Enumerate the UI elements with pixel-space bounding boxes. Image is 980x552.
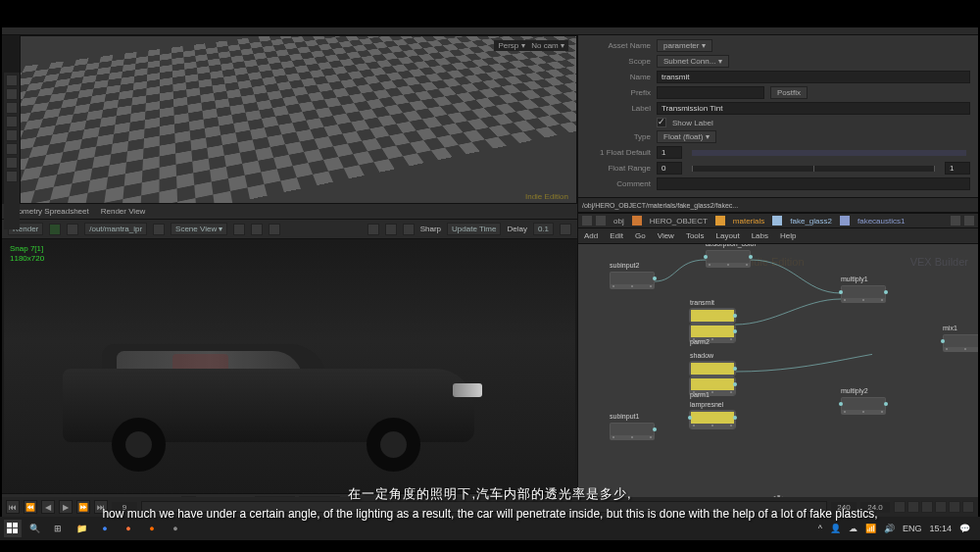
mat-icon <box>772 216 782 226</box>
menu-add[interactable]: Add <box>584 231 598 240</box>
app-icon[interactable]: ● <box>165 519 186 538</box>
postfix-button[interactable]: Postfix <box>770 86 808 99</box>
watermark-builder: VEX Builder <box>910 256 968 268</box>
sceneview-dropdown[interactable]: Scene View ▾ <box>171 223 227 235</box>
float-default-slider[interactable] <box>692 150 966 156</box>
search-icon[interactable]: 🔍 <box>24 519 45 538</box>
tray-notifications-icon[interactable]: 💬 <box>959 524 970 533</box>
path-obj[interactable]: obj <box>610 216 628 226</box>
network-menu-bar[interactable]: Add Edit Go View Tools Layout Labs Help <box>578 228 978 244</box>
rop-path[interactable]: /out/mantra_ipr <box>84 223 147 235</box>
region-icon[interactable] <box>385 224 397 235</box>
ipr-icon[interactable] <box>368 224 379 235</box>
snapshot-icon[interactable] <box>233 224 245 235</box>
path-fakeglass[interactable]: fake_glass2 <box>786 216 836 226</box>
svg-rect-3 <box>13 528 18 533</box>
explorer-icon[interactable]: 📁 <box>71 519 92 538</box>
tray-people-icon[interactable]: 👤 <box>830 524 841 533</box>
path-materials[interactable]: materials <box>729 216 768 226</box>
render-view[interactable]: Snap 7[1] 1180x720 <box>4 241 575 493</box>
type-dropdown[interactable]: Float (float) ▾ <box>657 130 716 143</box>
rop-icon[interactable] <box>153 224 165 235</box>
back-icon[interactable] <box>582 216 592 226</box>
menu-labs[interactable]: Labs <box>752 231 768 240</box>
tray-cloud-icon[interactable]: ☁ <box>849 524 858 533</box>
menu-help[interactable]: Help <box>780 231 796 240</box>
delay-value[interactable]: 0.1 <box>533 223 554 235</box>
menu-layout[interactable]: Layout <box>716 231 740 240</box>
play-icon[interactable] <box>49 224 61 235</box>
node-parm1[interactable]: parm1 <box>690 377 735 395</box>
geo-icon <box>632 216 642 226</box>
network-path-breadcrumb[interactable]: obj HERO_OBJECT materials fake_glass2 fa… <box>578 213 978 228</box>
windows-icon <box>7 523 19 534</box>
node-multiply2[interactable]: multiply2 <box>841 397 886 415</box>
node-mix1[interactable]: mix1 <box>943 334 978 352</box>
start-button[interactable] <box>4 520 22 537</box>
houdini-icon[interactable]: ● <box>141 519 163 538</box>
asset-name-label: Asset Name <box>586 41 651 50</box>
tray-wifi-icon[interactable]: 📶 <box>865 524 876 533</box>
vop-icon <box>840 216 850 226</box>
scope-dropdown[interactable]: Subnet Conn... ▾ <box>657 55 729 68</box>
settings-icon[interactable] <box>560 224 571 235</box>
label-input[interactable] <box>657 102 970 115</box>
tab-geometry-spreadsheet[interactable]: Geometry Spreadsheet <box>8 207 89 216</box>
prefix-input[interactable] <box>657 86 764 99</box>
svg-rect-0 <box>7 523 12 527</box>
float-range-min[interactable] <box>657 162 682 175</box>
node-absorption-color[interactable]: absorption_color <box>706 250 751 268</box>
save-icon[interactable] <box>251 224 263 235</box>
pin-icon[interactable] <box>951 216 960 226</box>
viewport-tool-strip[interactable] <box>4 73 20 229</box>
tray-volume-icon[interactable]: 🔊 <box>884 524 895 533</box>
node-multiply1[interactable]: multiply1 <box>841 285 886 303</box>
svg-rect-1 <box>13 523 18 527</box>
subtitle-chinese: 在一定角度的照明下,汽车内部的透光率是多少, <box>0 485 980 503</box>
float-range-slider[interactable] <box>692 166 935 172</box>
denoise-icon[interactable] <box>403 224 415 235</box>
taskview-icon[interactable]: ⊞ <box>47 519 69 538</box>
render-info: Snap 7[1] 1180x720 <box>10 244 44 263</box>
system-tray[interactable]: ^ 👤 ☁ 📶 🔊 ENG 15:14 💬 <box>818 524 976 533</box>
path-fakecaustics[interactable]: fakecaustics1 <box>854 216 908 226</box>
node-lampresnel[interactable]: lampresnel <box>690 411 735 428</box>
menu-go[interactable]: Go <box>635 231 646 240</box>
node-shadow[interactable]: shadow <box>690 362 735 376</box>
tray-chevron-icon[interactable]: ^ <box>818 524 822 533</box>
path-hero[interactable]: HERO_OBJECT <box>646 216 711 226</box>
node-parm2[interactable]: parm2 <box>690 325 735 342</box>
node-subinput1[interactable]: subinput1 <box>610 423 655 440</box>
update-time-button[interactable]: Update Time <box>447 223 501 235</box>
node-subinput2[interactable]: subinput2 <box>610 272 655 289</box>
aov-icon[interactable] <box>269 224 280 235</box>
rendered-car <box>43 339 494 486</box>
tab-render-view[interactable]: Render View <box>101 207 146 216</box>
stop-icon[interactable] <box>67 224 78 235</box>
show-label-text: Show Label <box>672 119 713 127</box>
menu-view[interactable]: View <box>658 231 674 240</box>
help-icon[interactable] <box>964 216 974 226</box>
render-toolbar: Render /out/mantra_ipr Scene View ▾ Shar… <box>2 220 577 239</box>
tray-time[interactable]: 15:14 <box>929 524 952 533</box>
float-range-max[interactable] <box>945 162 970 175</box>
matnet-icon <box>715 216 725 226</box>
parameter-panel: Asset Name parameter ▾ Scope Subnet Conn… <box>578 35 978 197</box>
name-input[interactable] <box>657 71 970 83</box>
node-transmit[interactable]: transmit <box>690 309 735 323</box>
menu-tools[interactable]: Tools <box>686 231 705 240</box>
subtitle-english: how much we have under a certain angle, … <box>0 507 980 521</box>
tray-lang[interactable]: ENG <box>903 524 922 533</box>
parameter-dropdown[interactable]: parameter ▾ <box>657 39 712 52</box>
pane-tabs[interactable]: Geometry Spreadsheet Render View <box>2 204 577 220</box>
scene-viewport[interactable]: Persp ▾ No cam ▾ Indie Edition <box>20 35 577 204</box>
menu-edit[interactable]: Edit <box>610 231 623 240</box>
fwd-icon[interactable] <box>596 216 606 226</box>
watermark-edition: Indie Edition <box>745 256 805 268</box>
comment-input[interactable] <box>657 177 970 190</box>
chrome-icon[interactable]: ● <box>94 519 116 538</box>
float-default-input[interactable] <box>657 146 682 159</box>
camera-dropdown[interactable]: Persp ▾ No cam ▾ <box>494 40 568 51</box>
firefox-icon[interactable]: ● <box>118 519 139 538</box>
show-label-checkbox[interactable] <box>657 118 666 127</box>
